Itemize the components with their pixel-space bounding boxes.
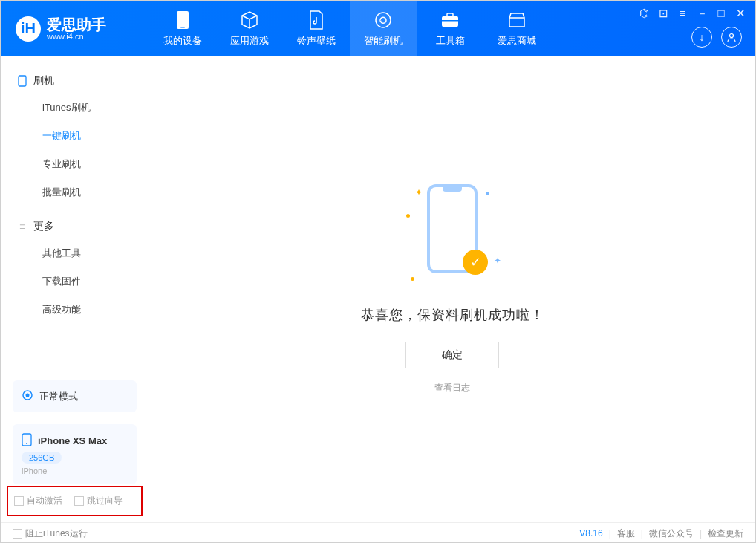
toolbox-icon	[440, 10, 460, 30]
tab-ringtones-wallpapers[interactable]: 铃声壁纸	[283, 1, 350, 56]
mode-dot-icon	[22, 389, 33, 403]
sidebar-item-advanced[interactable]: 高级功能	[1, 296, 149, 324]
dot-icon	[411, 277, 414, 281]
view-log-link[interactable]: 查看日志	[434, 382, 470, 394]
download-button[interactable]: ↓	[691, 27, 712, 48]
logo-area: iH 爱思助手 www.i4.cn	[1, 16, 149, 42]
tab-label: 应用游戏	[230, 34, 269, 48]
flash-options-highlighted: 自动激活 跳过向导	[7, 486, 143, 516]
svg-point-2	[376, 13, 391, 27]
app-body: 刷机 iTunes刷机 一键刷机 专业刷机 批量刷机 ≡ 更多 其他工具 下载固…	[1, 56, 755, 522]
svg-point-9	[26, 394, 30, 397]
svg-rect-3	[442, 16, 458, 27]
mode-label: 正常模式	[39, 390, 78, 403]
svg-point-11	[26, 443, 27, 444]
maximize-icon[interactable]: □	[715, 7, 727, 21]
tab-label: 铃声壁纸	[297, 34, 336, 48]
sparkle-icon: ✦	[494, 256, 501, 266]
auto-activate-option[interactable]: 自动激活	[14, 495, 62, 507]
dot-icon	[406, 214, 410, 218]
svg-rect-5	[442, 20, 458, 22]
store-icon	[507, 10, 527, 30]
device-type: iPhone	[22, 466, 128, 475]
app-name: 爱思助手	[47, 17, 106, 32]
sidebar-item-download-firmware[interactable]: 下载固件	[1, 267, 149, 296]
option-label: 跳过向导	[87, 495, 123, 506]
section-more-header: ≡ 更多	[1, 214, 149, 239]
option-label: 自动激活	[27, 495, 62, 506]
sidebar-item-itunes-flash[interactable]: iTunes刷机	[1, 94, 149, 122]
success-message: 恭喜您，保资料刷机成功啦！	[361, 306, 544, 324]
tab-smart-flash[interactable]: 智能刷机	[350, 1, 417, 56]
close-icon[interactable]: ✕	[734, 7, 746, 21]
device-capacity-badge: 256GB	[22, 452, 62, 464]
user-button[interactable]	[721, 27, 742, 48]
option-label: 阻止iTunes运行	[25, 528, 88, 539]
app-header: iH 爱思助手 www.i4.cn 我的设备 应用游戏 铃声壁纸 智能刷机 工具…	[1, 1, 755, 56]
tab-store[interactable]: 爱思商城	[483, 1, 550, 56]
hamburger-icon: ≡	[17, 221, 27, 232]
device-phone-icon	[22, 433, 32, 449]
section-title: 更多	[33, 220, 54, 233]
svg-rect-7	[19, 76, 26, 86]
svg-point-6	[730, 34, 734, 38]
svg-rect-4	[447, 13, 453, 16]
device-info-block[interactable]: iPhone XS Max 256GB iPhone	[13, 424, 137, 484]
device-mode-block[interactable]: 正常模式	[13, 380, 137, 412]
section-title: 刷机	[33, 74, 54, 88]
checkbox-icon	[74, 496, 84, 506]
section-flash-header: 刷机	[1, 68, 149, 94]
header-action-circles: ↓	[691, 27, 742, 48]
app-logo-icon: iH	[16, 16, 41, 42]
footer-link-support[interactable]: 客服	[617, 527, 635, 540]
version-label: V8.16	[579, 528, 602, 539]
device-name: iPhone XS Max	[38, 435, 107, 446]
block-itunes-option[interactable]: 阻止iTunes运行	[13, 527, 88, 540]
sparkle-icon: ✦	[415, 187, 423, 198]
phone-small-icon	[17, 76, 27, 86]
ok-button[interactable]: 确定	[405, 342, 499, 368]
sidebar-item-other-tools[interactable]: 其他工具	[1, 239, 149, 267]
app-domain: www.i4.cn	[47, 32, 106, 41]
file-music-icon	[307, 10, 326, 30]
tab-apps-games[interactable]: 应用游戏	[216, 1, 283, 56]
device-icon	[173, 10, 192, 30]
main-content: ✓ ✦ ✦ 恭喜您，保资料刷机成功啦！ 确定 查看日志	[149, 56, 755, 522]
checkbox-icon	[14, 496, 24, 506]
refresh-shield-icon	[374, 10, 393, 30]
sidebar-item-batch-flash[interactable]: 批量刷机	[1, 178, 149, 207]
dot-icon	[486, 192, 489, 195]
window-controls: ⌬ ⊡ ≡ － □ ✕	[638, 7, 746, 21]
menu-icon[interactable]: ≡	[677, 7, 688, 21]
nav-tabs: 我的设备 应用游戏 铃声壁纸 智能刷机 工具箱 爱思商城	[149, 1, 550, 56]
tab-label: 工具箱	[436, 34, 465, 48]
tshirt-icon[interactable]: ⌬	[638, 7, 650, 21]
tab-toolbox[interactable]: 工具箱	[417, 1, 483, 56]
status-bar: 阻止iTunes运行 V8.16 | 客服 | 微信公众号 | 检查更新	[1, 522, 755, 543]
checkbox-icon	[13, 529, 22, 539]
sidebar: 刷机 iTunes刷机 一键刷机 专业刷机 批量刷机 ≡ 更多 其他工具 下载固…	[1, 56, 149, 522]
tab-label: 我的设备	[163, 34, 202, 48]
sidebar-item-pro-flash[interactable]: 专业刷机	[1, 150, 149, 178]
svg-rect-1	[180, 27, 185, 28]
sidebar-item-oneclick-flash[interactable]: 一键刷机	[1, 122, 149, 150]
skip-guide-option[interactable]: 跳过向导	[74, 495, 123, 507]
cube-icon	[240, 10, 259, 30]
tab-label: 智能刷机	[364, 34, 403, 48]
lock-icon[interactable]: ⊡	[657, 7, 669, 21]
success-illustration: ✓ ✦ ✦	[400, 184, 504, 288]
tab-label: 爱思商城	[498, 34, 536, 48]
checkmark-badge-icon: ✓	[463, 250, 488, 275]
minimize-icon[interactable]: －	[696, 7, 708, 21]
footer-link-wechat[interactable]: 微信公众号	[649, 527, 694, 540]
tab-my-device[interactable]: 我的设备	[149, 1, 216, 56]
footer-link-update[interactable]: 检查更新	[708, 527, 743, 540]
svg-rect-0	[177, 11, 189, 29]
